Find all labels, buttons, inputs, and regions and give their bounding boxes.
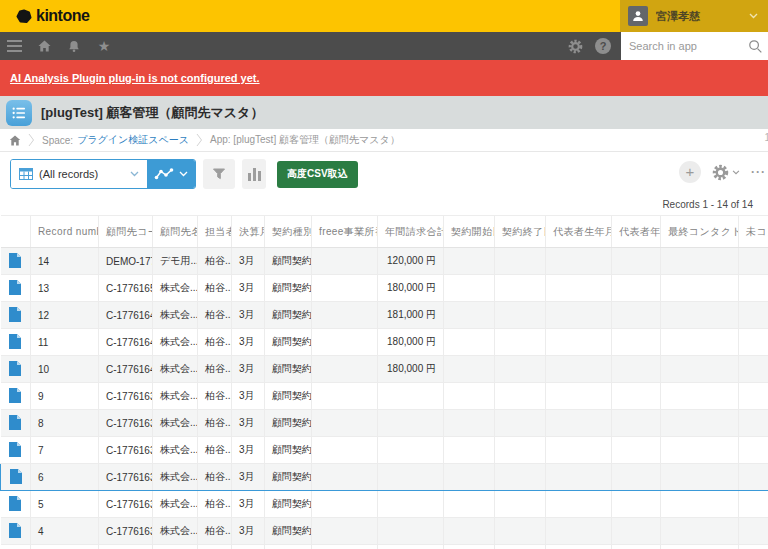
more-options-button[interactable]: ···	[751, 165, 766, 179]
column-header-11[interactable]: 代表者生年月日	[546, 216, 612, 248]
table-cell: 株式会...	[153, 329, 198, 356]
column-header-10[interactable]: 契約終了日	[495, 216, 546, 248]
hamburger-menu-icon[interactable]	[6, 38, 22, 54]
kintone-logo-icon	[16, 9, 32, 24]
table-row[interactable]: 13C-17761658...株式会...柏谷...3月顧問契約180,000 …	[1, 275, 768, 302]
table-row[interactable]: 14DEMO-1776...デモ用...柏谷...3月顧問契約120,000 円	[1, 248, 768, 275]
record-detail-icon[interactable]	[1, 302, 31, 329]
table-row[interactable]: 6C-17761634...株式会...柏谷...3月顧問契約	[1, 464, 768, 491]
table-cell	[495, 302, 546, 329]
table-cell	[444, 248, 495, 275]
record-detail-icon[interactable]	[1, 491, 31, 518]
table-cell: 4	[31, 518, 99, 545]
table-cell: 12	[31, 302, 99, 329]
table-cell	[444, 275, 495, 302]
kintone-app-screen: kintone 宮澤孝慈 ★ ?	[0, 0, 768, 549]
add-record-button[interactable]: +	[679, 161, 701, 183]
column-header-14[interactable]: 未コン	[739, 216, 768, 248]
table-row[interactable]: 8C-17761636...株式会...柏谷...3月顧問契約	[1, 410, 768, 437]
table-cell	[612, 302, 661, 329]
table-row[interactable]: 9C-17761638...株式会...柏谷...3月顧問契約	[1, 383, 768, 410]
table-row[interactable]: 5C-17761633...株式会...柏谷...3月顧問契約	[1, 491, 768, 518]
help-icon[interactable]: ?	[595, 38, 611, 54]
table-cell	[661, 356, 739, 383]
plugin-warning-link[interactable]: AI Analysis Plugin plug-in is not config…	[10, 72, 260, 84]
table-cell	[661, 464, 739, 491]
column-header-8[interactable]: 年間請求合計	[378, 216, 444, 248]
table-cell	[312, 356, 378, 383]
table-cell	[495, 275, 546, 302]
search-input[interactable]	[621, 32, 742, 60]
breadcrumb-space-prefix: Space:	[42, 135, 73, 146]
chart-button[interactable]	[242, 159, 266, 189]
user-menu[interactable]: 宮澤孝慈	[620, 0, 768, 32]
table-cell: 3月	[232, 437, 265, 464]
table-cell: 柏谷...	[198, 410, 232, 437]
table-cell: C-17761649...	[99, 302, 153, 329]
table-row[interactable]: 4C-17761633...株式会...柏谷...3月顧問契約	[1, 518, 768, 545]
kintone-logo-text: kintone	[36, 7, 89, 25]
table-cell	[378, 491, 444, 518]
table-cell	[444, 329, 495, 356]
column-header-12[interactable]: 代表者年齢	[612, 216, 661, 248]
table-row[interactable]: 10C-17761642...株式会...柏谷...3月顧問契約180,000 …	[1, 356, 768, 383]
column-header-5[interactable]: 決算月	[232, 216, 265, 248]
record-detail-icon[interactable]	[1, 275, 31, 302]
search-icon[interactable]	[742, 32, 768, 60]
app-title[interactable]: [plugTest] 顧客管理（顧問先マスタ）	[41, 104, 263, 122]
column-header-9[interactable]: 契約開始日	[444, 216, 495, 248]
table-cell	[546, 437, 612, 464]
graph-view-button[interactable]	[147, 160, 195, 188]
breadcrumb-home-icon[interactable]	[9, 134, 21, 146]
favorites-star-icon[interactable]: ★	[96, 38, 112, 54]
record-detail-icon[interactable]	[1, 545, 31, 549]
line-chart-icon	[154, 167, 174, 181]
record-detail-icon[interactable]	[1, 356, 31, 383]
table-cell	[495, 464, 546, 491]
table-row[interactable]	[1, 545, 768, 549]
column-header-6[interactable]: 契約種別	[265, 216, 312, 248]
table-cell: 株式会...	[153, 410, 198, 437]
record-detail-icon[interactable]	[1, 518, 31, 545]
column-header-4[interactable]: 担当者	[198, 216, 232, 248]
table-cell	[546, 248, 612, 275]
table-row[interactable]: 7C-17761635...株式会...柏谷...3月顧問契約	[1, 437, 768, 464]
record-detail-icon[interactable]	[1, 410, 31, 437]
table-cell: 顧問契約	[265, 437, 312, 464]
column-header-1[interactable]: Record number	[31, 216, 99, 248]
table-row[interactable]: 11C-17761647...株式会...柏谷...3月顧問契約180,000 …	[1, 329, 768, 356]
column-header-2[interactable]: 顧問先コード	[99, 216, 153, 248]
column-header-3[interactable]: 顧問先名	[153, 216, 198, 248]
table-cell: 株式会...	[153, 356, 198, 383]
view-toolbar: (All records) 高度CSV取込 +	[0, 152, 768, 215]
filter-funnel-button[interactable]	[203, 159, 235, 189]
table-cell: 柏谷...	[198, 248, 232, 275]
notifications-bell-icon[interactable]	[66, 38, 82, 54]
table-cell	[739, 518, 768, 545]
settings-gear-icon[interactable]	[567, 38, 583, 54]
home-icon[interactable]	[36, 38, 52, 54]
record-detail-icon[interactable]	[1, 464, 31, 491]
app-list-icon[interactable]	[6, 100, 32, 126]
advanced-csv-import-button[interactable]: 高度CSV取込	[277, 161, 358, 188]
record-detail-icon[interactable]	[1, 383, 31, 410]
table-row[interactable]: 12C-17761649...株式会...柏谷...3月顧問契約181,000 …	[1, 302, 768, 329]
table-cell	[312, 491, 378, 518]
table-cell	[378, 518, 444, 545]
column-header-7[interactable]: freee事業所番号	[312, 216, 378, 248]
breadcrumb-space-link[interactable]: プラグイン検証スペース	[77, 133, 189, 147]
view-selector[interactable]: (All records)	[10, 159, 196, 189]
kintone-logo[interactable]: kintone	[0, 7, 89, 25]
table-cell: 3月	[232, 410, 265, 437]
app-settings-button[interactable]	[712, 164, 740, 181]
record-detail-icon[interactable]	[1, 437, 31, 464]
record-detail-icon[interactable]	[1, 329, 31, 356]
table-cell	[153, 545, 198, 549]
records-table: Record number顧問先コード顧問先名担当者決算月契約種別freee事業…	[0, 215, 768, 549]
column-header-13[interactable]: 最終コンタクト日	[661, 216, 739, 248]
record-detail-icon[interactable]	[1, 248, 31, 275]
table-cell	[612, 491, 661, 518]
view-selector-current[interactable]: (All records)	[11, 160, 147, 188]
breadcrumb-app-item[interactable]: App: [plugTest] 顧客管理（顧問先マスタ）	[210, 133, 400, 147]
table-cell	[495, 545, 546, 549]
